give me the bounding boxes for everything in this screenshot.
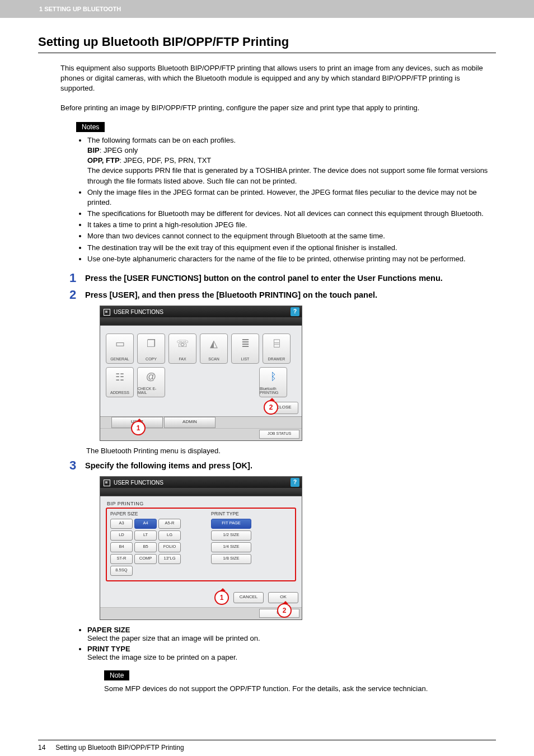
- footer-title: Setting up Bluetooth BIP/OPP/FTP Printin…: [55, 744, 184, 752]
- panel1-titlebar: USER FUNCTIONS ?: [100, 306, 302, 317]
- step-3: 3 Specify the following items and press …: [69, 459, 496, 472]
- paper-size-lg[interactable]: LG: [158, 530, 181, 541]
- note-1-line4: The device supports PRN file that is gen…: [87, 166, 488, 185]
- header-bar: 1 SETTING UP BLUETOOTH: [0, 0, 534, 18]
- drawer-button[interactable]: ⌸DRAWER: [263, 334, 291, 364]
- intro-paragraph-2: Before printing an image by BIP/OPP/FTP …: [60, 103, 496, 113]
- admin-tab[interactable]: ADMIN: [164, 417, 216, 428]
- help-icon[interactable]: ?: [291, 307, 299, 316]
- breadcrumb: 1 SETTING UP BLUETOOTH: [39, 6, 121, 12]
- intro-paragraph-1: This equipment also supports Bluetooth B…: [60, 63, 496, 94]
- user-functions-panel-1: USER FUNCTIONS ? ▭GENERAL ❐COPY ☏FAX ◭SC…: [100, 306, 302, 441]
- step-1-text: Press the [USER FUNCTIONS] button on the…: [85, 272, 443, 283]
- note-1-opp-bold: OPP, FTP: [87, 156, 120, 165]
- check-email-button[interactable]: @CHECK E-MAIL: [137, 367, 165, 397]
- paper-size-lt[interactable]: LT: [134, 530, 157, 541]
- note-heading: Note: [104, 670, 129, 680]
- note-6: The destination tray will be the exit tr…: [87, 243, 496, 253]
- paper-size-a3[interactable]: A3: [110, 519, 133, 529]
- paper-size-heading: PAPER SIZE: [87, 626, 130, 634]
- paper-size-ld[interactable]: LD: [110, 530, 133, 541]
- panel2-title: USER FUNCTIONS: [114, 480, 163, 486]
- callout-2: 2: [264, 400, 278, 415]
- paper-size-folio[interactable]: FOLIO: [158, 542, 181, 552]
- paper-size-85sq[interactable]: 8.5SQ: [110, 566, 133, 576]
- step-1-number: 1: [69, 272, 85, 284]
- note-1-bip-bold: BIP: [87, 146, 100, 154]
- note-3: The specifications for Bluetooth may be …: [87, 209, 496, 219]
- print-type-14size[interactable]: 1/4 SIZE: [211, 542, 251, 552]
- paper-size-label: PAPER SIZE: [110, 511, 194, 516]
- note-1-line1: The following formats can be on each pro…: [87, 136, 236, 144]
- cancel-button[interactable]: CANCEL: [233, 592, 264, 603]
- print-type-heading: PRINT TYPE: [87, 645, 130, 653]
- paper-size-b4[interactable]: B4: [110, 542, 133, 552]
- note-5: More than two devices cannot connect to …: [87, 231, 496, 241]
- note-7: Use one-byte alphanumeric characters for…: [87, 254, 496, 264]
- address-button[interactable]: ☷ADDRESS: [106, 367, 134, 397]
- step-2: 2 Press [USER], and then press the [Blue…: [69, 289, 496, 301]
- user-functions-panel-2: USER FUNCTIONS ? BIP PRINTING PAPER SIZE…: [100, 476, 302, 620]
- fax-button[interactable]: ☏FAX: [168, 334, 196, 364]
- scan-button[interactable]: ◭SCAN: [200, 334, 228, 364]
- paper-size-a5r[interactable]: A5-R: [158, 519, 181, 529]
- note-4: It takes a time to print a high-resoluti…: [87, 220, 496, 230]
- general-button[interactable]: ▭GENERAL: [106, 334, 134, 364]
- callout-2b: 2: [277, 603, 292, 618]
- note-body: Some MFP devices do not support the OPP/…: [104, 684, 496, 694]
- bluetooth-printing-button[interactable]: ᛒBluetooth PRINTING: [259, 367, 287, 397]
- step-3-text: Specify the following items and press [O…: [85, 459, 252, 471]
- options-frame: PAPER SIZE A3A4A5-RLDLTLGB4B5FOLIOST-RCO…: [106, 508, 296, 581]
- user-tab[interactable]: USER 1: [111, 417, 163, 428]
- notes-list: The following formats can be on each pro…: [76, 135, 496, 264]
- print-type-18size[interactable]: 1/8 SIZE: [211, 554, 251, 564]
- printer-icon: [104, 480, 110, 486]
- callout-1b: 1: [214, 590, 229, 605]
- step-2-text: Press [USER], and then press the [Blueto…: [85, 289, 377, 300]
- print-type-label: PRINT TYPE: [211, 511, 267, 516]
- help-icon[interactable]: ?: [291, 478, 299, 487]
- paper-size-str[interactable]: ST-R: [110, 554, 133, 564]
- page-title: Setting up Bluetooth BIP/OPP/FTP Printin…: [38, 35, 496, 53]
- step-2-number: 2: [69, 289, 85, 301]
- printer-icon: [104, 309, 110, 316]
- panel1-title: USER FUNCTIONS: [114, 309, 163, 315]
- note-1-opp-rest: : JPEG, PDF, PS, PRN, TXT: [120, 156, 212, 165]
- paper-size-desc: Select the paper size that an image will…: [87, 634, 260, 642]
- job-status-button[interactable]: JOB STATUS: [259, 430, 299, 439]
- notes-heading: Notes: [76, 122, 105, 132]
- print-type-12size[interactable]: 1/2 SIZE: [211, 530, 251, 541]
- page-number: 14: [38, 744, 45, 752]
- note-1-bip-rest: : JPEG only: [100, 146, 138, 154]
- print-type-fitpage[interactable]: FIT PAGE: [211, 519, 251, 529]
- print-type-desc: Select the image size to be printed on a…: [87, 653, 237, 661]
- paper-size-13lg[interactable]: 13"LG: [158, 554, 181, 564]
- paper-size-comp[interactable]: COMP: [134, 554, 157, 564]
- step-3-number: 3: [69, 459, 85, 472]
- note-2: Only the image files in the JPEG format …: [87, 187, 496, 208]
- list-button[interactable]: ≣LIST: [231, 334, 259, 364]
- page-footer: 14 Setting up Bluetooth BIP/OPP/FTP Prin…: [0, 744, 534, 756]
- step-1: 1 Press the [USER FUNCTIONS] button on t…: [69, 272, 496, 284]
- paper-size-b5[interactable]: B5: [134, 542, 157, 552]
- paper-size-a4[interactable]: A4: [134, 519, 157, 529]
- callout-1: 1: [131, 421, 146, 435]
- panel2-titlebar: USER FUNCTIONS ?: [100, 477, 302, 488]
- copy-button[interactable]: ❐COPY: [137, 334, 165, 364]
- step-2-result: The Bluetooth Printing menu is displayed…: [86, 447, 496, 455]
- bip-printing-label: BIP PRINTING: [107, 501, 297, 506]
- option-descriptions: PAPER SIZE Select the paper size that an…: [76, 626, 496, 661]
